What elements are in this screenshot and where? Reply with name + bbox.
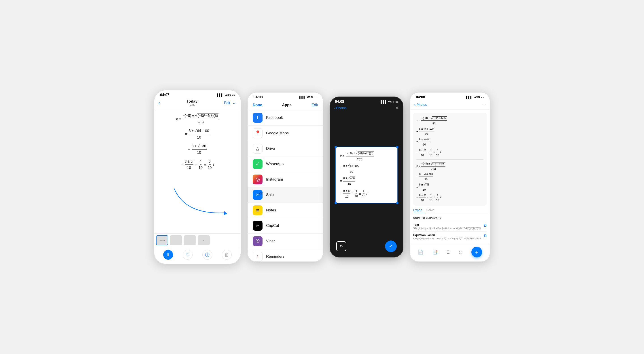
phone2-time: 04:08 xyxy=(254,95,263,99)
phone1-nav-title: Today 04:07 xyxy=(186,99,198,107)
export-tab[interactable]: Export xyxy=(413,208,425,213)
whatsapp-icon: ✓ xyxy=(253,159,262,169)
list-item-whatsapp[interactable]: ✓ WhatsApp xyxy=(247,156,323,172)
phone4-status-icons: ▌▌▌ WiFi ▭ xyxy=(466,96,484,99)
thumb-1[interactable]: ≡math xyxy=(156,235,168,245)
edit-button[interactable]: Edit xyxy=(224,101,230,105)
math-line-2: = 8 ± √64−100 10 xyxy=(158,128,236,140)
viber-label: Viber xyxy=(266,239,275,243)
list-item-viber[interactable]: ✆ Viber xyxy=(247,234,323,249)
list-item-instagram[interactable]: ◎ Instagram xyxy=(247,172,323,187)
rotate-button[interactable]: ↺ xyxy=(336,241,346,251)
signal-icon: ▌▌▌ xyxy=(300,96,306,99)
formula-icon[interactable]: Σ xyxy=(447,250,450,255)
capcut-label: CapCut xyxy=(266,224,279,228)
list-item-snip[interactable]: ✂ Snip ☞ xyxy=(247,187,323,203)
wifi-icon: WiFi xyxy=(225,93,231,97)
info-button[interactable]: ⓘ xyxy=(202,250,212,260)
copy-text-button[interactable]: ⧉ xyxy=(484,223,486,228)
phone1-thumbnails: ≡math ≡ xyxy=(154,233,241,247)
result-line-2: = 8 ± √64−10010 xyxy=(416,126,484,136)
phone1-title: Today xyxy=(186,99,198,104)
result-line-4: = 8 ± 6i10 = 410 ± 610 i xyxy=(416,148,484,158)
thumb-2[interactable] xyxy=(170,235,182,245)
list-item-capcut[interactable]: ✂ CapCut xyxy=(247,218,323,234)
phone4: 04:08 ▌▌▌ WiFi ▭ ‹ Photos ··· x = −(−8) … xyxy=(410,92,490,262)
copy-row-latex: Equation LaTeX \begin{aligned} x & =\fra… xyxy=(413,231,486,242)
phone3-status-icons: ▌▌▌ WiFi ▭ xyxy=(380,100,398,103)
battery-icon: ▭ xyxy=(314,96,317,99)
phone1-subtitle: 04:07 xyxy=(186,104,198,107)
done-button[interactable]: Done xyxy=(253,103,262,107)
chevron-left-icon: ‹ xyxy=(334,106,335,110)
close-icon: ✕ xyxy=(395,105,399,110)
photos-label: Photos xyxy=(336,106,346,110)
list-item-reminders[interactable]: ⋮ Reminders xyxy=(247,249,323,262)
thumb-3[interactable] xyxy=(184,235,196,245)
trash-icon: 🗑 xyxy=(224,252,229,258)
info-icon: ⓘ xyxy=(205,252,210,258)
rotate-icon: ↺ xyxy=(340,244,343,249)
phone2-edit-button[interactable]: Edit xyxy=(312,103,318,107)
plus-icon: + xyxy=(475,249,478,256)
list-item-notes[interactable]: ≡ Notes xyxy=(247,203,323,218)
phone4-back[interactable]: ‹ Photos xyxy=(414,102,427,107)
handle-br xyxy=(396,202,398,204)
signal-icon: ▌▌▌ xyxy=(217,93,224,97)
phone3-math-content: x = −(−8) ± √(−8)²−4(5)(5) 2(5) = 8 ± √6… xyxy=(340,151,393,199)
wifi-icon: WiFi xyxy=(388,100,394,103)
math-line-3: = 8 ± √−36 10 xyxy=(340,176,393,187)
cursor-hand-icon: ☞ xyxy=(258,190,264,197)
thumb-math-preview: ≡math xyxy=(160,239,164,241)
result-line-1: x = −(−8) ± √(−8)²−4(5)(5)2(5) xyxy=(416,116,484,126)
phone1-time: 04:07 xyxy=(160,93,169,97)
phone3: 04:08 ▌▌▌ WiFi ▭ ‹ Photos ✕ xyxy=(330,96,404,258)
fab-button[interactable]: + xyxy=(471,247,482,258)
copy-latex-label: Equation LaTeX xyxy=(413,233,484,237)
instagram-label: Instagram xyxy=(266,177,283,182)
reminders-label: Reminders xyxy=(266,254,284,259)
math-line-4: = 8 ± 6i 10 = 4 10 ± 6 10 i xyxy=(158,159,236,171)
result-line-3: = 8 ± √−3610 xyxy=(416,137,484,147)
phone3-time: 04:08 xyxy=(335,100,344,104)
phone4-math-content: x = −(−8) ± √(−8)²−4(5)(5)2(5) = 8 ± √64… xyxy=(416,116,484,202)
pdf-icon[interactable]: 📑 xyxy=(432,249,438,255)
share-icon: ⬆ xyxy=(166,252,170,258)
share-button[interactable]: ⬆ xyxy=(163,250,173,260)
notes-label: Notes xyxy=(266,208,276,213)
solve-tab[interactable]: Solve xyxy=(425,208,434,213)
drive-icon: △ xyxy=(253,144,262,154)
phone1-content: x = −(−8) ± √(−8)²−4(5)(5) 2(5) = 8 ± √6… xyxy=(154,109,241,233)
phone4-nav: ‹ Photos ··· xyxy=(410,101,490,109)
phone2-header-title: Apps xyxy=(282,103,292,107)
instagram-icon: ◎ xyxy=(253,175,262,184)
list-item-drive[interactable]: △ Drive xyxy=(247,141,323,156)
phone2-app-list[interactable]: f Facebook 📍 Google Maps △ Drive ✓ Whats… xyxy=(247,110,323,262)
phone1-nav: ‹ Today 04:07 Edit ··· xyxy=(154,98,241,109)
battery-icon: ▭ xyxy=(232,93,235,97)
copy-title: COPY TO CLIPBOARD xyxy=(413,217,486,219)
copy-latex-button[interactable]: ⧉ xyxy=(484,233,486,238)
phone4-copy-section: COPY TO CLIPBOARD Text $\begin{aligned} … xyxy=(410,214,490,244)
phone2: 04:08 ▌▌▌ WiFi ▭ Done Apps Edit f Facebo… xyxy=(247,92,323,262)
math-line-2: = 8 ± √64−100 10 xyxy=(340,163,393,174)
viber-icon: ✆ xyxy=(253,236,262,246)
document-icon[interactable]: 📄 xyxy=(418,249,423,255)
back-button[interactable]: ‹ Photos xyxy=(334,106,346,110)
heart-icon: ♡ xyxy=(186,252,190,258)
thumb-4[interactable]: ≡ xyxy=(198,235,210,245)
list-item-google-maps[interactable]: 📍 Google Maps xyxy=(247,126,323,141)
copy-text-value: $\begin{aligned} x & =\frac{-(-8) \pm \s… xyxy=(413,227,481,230)
list-item-facebook[interactable]: f Facebook xyxy=(247,110,323,126)
phone4-content: x = −(−8) ± √(−8)²−4(5)(5)2(5) = 8 ± √64… xyxy=(410,109,490,207)
maps-label: Google Maps xyxy=(266,131,289,135)
math-line-4: = 8 ± 6i 10 = 4 10 ± 6 10 xyxy=(340,188,393,199)
close-button[interactable]: ✕ xyxy=(395,105,399,110)
more-button[interactable]: ··· xyxy=(482,102,486,107)
delete-button[interactable]: 🗑 xyxy=(222,250,232,260)
phone4-status-bar: 04:08 ▌▌▌ WiFi ▭ xyxy=(410,92,490,101)
contact-icon[interactable]: ◎ xyxy=(459,249,462,255)
more-button[interactable]: ··· xyxy=(233,101,236,106)
favorite-button[interactable]: ♡ xyxy=(183,250,192,260)
back-button[interactable]: ‹ xyxy=(158,100,160,106)
